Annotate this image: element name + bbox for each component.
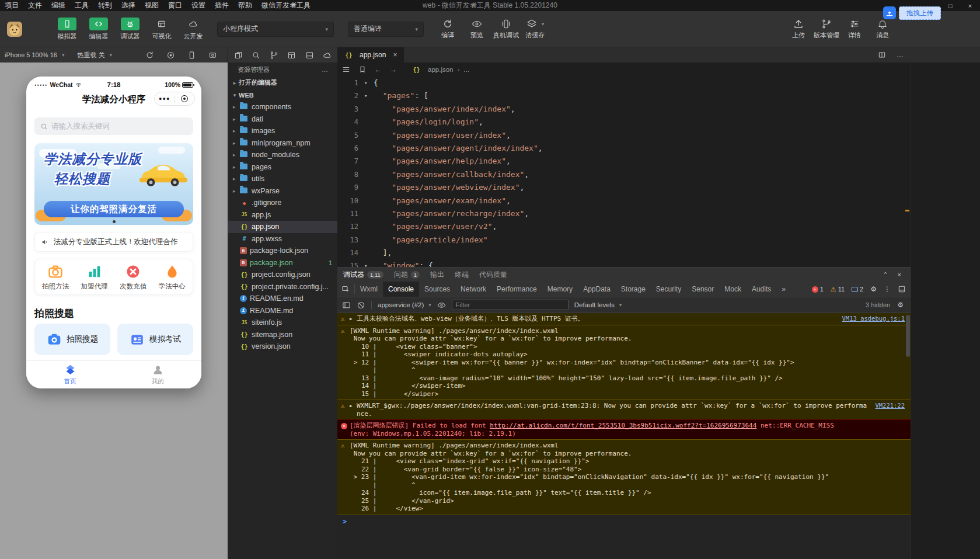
console-message[interactable]: ×[渲染层网络层错误] Failed to load font http://a… [337,419,911,440]
console-scrollbar[interactable] [906,315,910,357]
files-icon[interactable] [234,51,243,60]
tab-home[interactable]: 首页 [26,361,114,388]
tree-item-package.json[interactable]: npackage.json1 [228,257,337,269]
clear-console-icon[interactable] [357,301,365,310]
debugger-button[interactable]: 调试器 [117,18,144,41]
console-sidebar-icon[interactable] [342,301,351,310]
menu-item-9[interactable]: 插件 [210,1,233,11]
tree-item-utils[interactable]: ▸utils [228,173,337,185]
console-prompt[interactable]: > [337,515,911,528]
device-frame-icon[interactable] [187,51,196,60]
tree-item-app.json[interactable]: {}app.json [228,221,337,233]
code-line-14[interactable]: 14 ], [337,246,911,259]
debug-tab[interactable]: 输出 [430,270,444,280]
grid-item[interactable]: 加盟代理 [81,263,108,291]
compile-button[interactable]: 编译 [434,19,461,40]
console-filter-input[interactable] [452,300,569,310]
warning-count[interactable]: ⚠11 [831,286,845,293]
clear-cache-button[interactable]: ▾ 清缓存 [522,19,549,40]
version-button[interactable]: 版本管理 [813,19,840,40]
tree-item-siteinfo.js[interactable]: JSsiteinfo.js [228,317,337,329]
preview-button[interactable]: 预览 [463,19,490,40]
devtools-tab-security[interactable]: Security [651,282,686,297]
mode-select[interactable]: 小程序模式▾ [217,22,334,37]
code-line-1[interactable]: 1▾{ [337,77,911,89]
tab-profile[interactable]: 我的 [114,361,201,388]
simulator-button[interactable]: 模拟器 [54,18,81,41]
inspect-element-icon[interactable] [337,284,355,294]
dock-side-icon[interactable] [898,285,906,293]
search-icon[interactable] [252,51,260,60]
menu-item-6[interactable]: 视图 [140,1,163,11]
console-source-link[interactable]: VM221:22 [875,402,905,409]
menu-item-5[interactable]: 选择 [117,1,140,11]
close-button[interactable]: × [960,0,980,11]
menu-item-4[interactable]: 转到 [93,1,117,11]
more-menu-button[interactable]: ●●● [155,96,175,102]
record-icon[interactable] [166,51,175,60]
editor-more-icon[interactable]: … [897,51,904,59]
eye-icon[interactable] [437,301,446,310]
close-panel-icon[interactable]: × [898,271,901,279]
devtools-tab-network[interactable]: Network [455,282,491,297]
grid-item[interactable]: 次数充值 [120,263,147,291]
code-line-10[interactable]: 10 "pages/answer/exam/index", [337,195,911,207]
devtools-tab-sensor[interactable]: Sensor [686,282,719,297]
tabs-overflow-icon[interactable]: » [776,282,791,297]
tree-item-version.json[interactable]: {}version.json [228,341,337,353]
panel-icon[interactable] [305,51,314,60]
grid-item[interactable]: 学法中心 [159,263,186,291]
split-editor-icon[interactable] [878,51,886,59]
tree-item-README.en.md[interactable]: iREADME.en.md [228,293,337,305]
devtools-tab-sources[interactable]: Sources [419,282,455,297]
code-line-13[interactable]: 13 "pages/article/index" [337,234,911,246]
console-settings-icon[interactable]: ⚙ [897,301,904,309]
editor-button[interactable]: 编辑器 [85,18,112,41]
tree-item-project.config.json[interactable]: {}project.config.json [228,269,337,281]
tree-item-README.md[interactable]: iREADME.md [228,305,337,317]
upload-button[interactable]: 上传 [785,19,812,40]
devtools-tab-audits[interactable]: Audits [747,282,776,297]
execution-context-select[interactable]: appservice (#2)▾ [378,301,431,308]
outline-icon[interactable] [342,65,350,74]
error-count[interactable]: ×1 [812,286,824,293]
details-button[interactable]: 详情 [841,19,868,40]
menu-item-0[interactable]: 项目 [0,1,23,11]
message-button[interactable]: 消息 [869,19,896,40]
expand-arrow-icon[interactable]: ▶ [350,315,357,323]
debug-tab[interactable]: 终端 [455,270,469,280]
layout-icon[interactable] [287,51,296,60]
code-line-7[interactable]: 7 "pages/answer/help/index", [337,155,911,168]
console-message[interactable]: ⚠[WXML Runtime warning] ./pages/answer/i… [337,325,911,401]
message-count[interactable]: 2 [852,286,863,293]
tree-item-pages[interactable]: ▸pages [228,161,337,173]
remote-debug-button[interactable]: 真机调试 [493,19,519,40]
devtools-tab-console[interactable]: Console [383,282,419,297]
settings-gear-icon[interactable]: ⚙ [870,285,877,293]
code-line-6[interactable]: 6 "pages/answer/agent/index/index", [337,142,911,155]
tree-item-node_modules[interactable]: ▸node_modules [228,149,337,161]
back-icon[interactable]: ← [375,65,382,74]
close-tab-icon[interactable]: × [393,51,397,59]
devtools-tab-performance[interactable]: Performance [491,282,542,297]
grid-item[interactable]: 拍照方法 [42,263,69,291]
kebab-menu-icon[interactable]: ⋮ [884,285,891,293]
code-line-5[interactable]: 5 "pages/answer/user/index", [337,129,911,142]
console-message[interactable]: ⚠[WXML Runtime warning] ./pages/answer/i… [337,439,911,515]
console-message[interactable]: ⚠▶VM221:22WXMLRT_$gwx:./pages/answer/ind… [337,400,911,420]
tree-item-app.wxss[interactable]: #app.wxss [228,233,337,245]
console-source-link[interactable]: VM13 asdebug.js:1 [842,315,905,322]
fold-icon[interactable]: ▾ [364,77,374,89]
banner-carousel[interactable]: 学法减分专业版 轻松搜题 让你的驾照满分复活 [34,143,193,225]
menu-item-10[interactable]: 帮助 [233,1,257,11]
debug-tab[interactable]: 问题1 [394,270,420,280]
tree-item-.gitignore[interactable]: ◆.gitignore [228,197,337,209]
hot-reload-select[interactable]: 热重载 关▾ [77,51,112,60]
tree-item-package-lock.json[interactable]: npackage-lock.json [228,245,337,257]
breadcrumb[interactable]: {} app.json › ... [412,66,469,73]
notice-bar[interactable]: 法减分专业版正式上线！欢迎代理合作 [34,232,193,252]
log-levels-select[interactable]: Default levels▾ [574,301,622,308]
debug-tab[interactable]: 调试器1,11 [343,270,383,280]
tree-item-sitemap.json[interactable]: {}sitemap.json [228,329,337,341]
device-select[interactable]: iPhone 5 100% 16▾ [5,51,64,58]
